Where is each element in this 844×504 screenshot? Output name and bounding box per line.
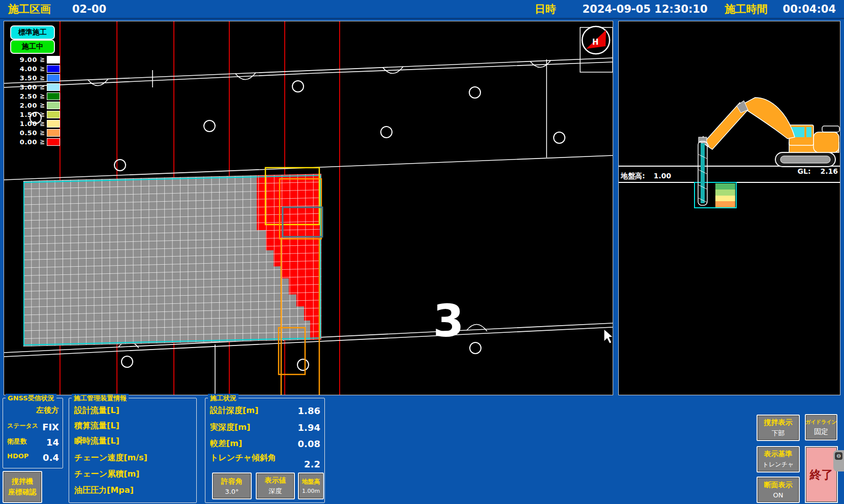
mode-button-active-label: 施工中 bbox=[22, 42, 43, 51]
ground-height-button-value: 1.00m bbox=[302, 488, 320, 494]
deviation-value: 0.08 bbox=[298, 438, 320, 449]
legend-row: 0.00≧ bbox=[13, 137, 60, 146]
section-display-button[interactable]: 断面表示 ON bbox=[757, 477, 800, 503]
trencher-tilt-value: 2.2 bbox=[304, 459, 320, 469]
legend-swatch bbox=[47, 74, 60, 82]
allowable-angle-button[interactable]: 許容角 3.0° bbox=[212, 472, 252, 499]
mode-button-active[interactable]: 施工中 bbox=[10, 40, 55, 54]
display-value-button[interactable]: 表示値 深度 bbox=[256, 472, 295, 499]
section-label: 施工区画 bbox=[8, 2, 51, 16]
exit-button-label: 終了 bbox=[810, 467, 833, 483]
legend-row: 9.00≧ bbox=[13, 55, 60, 64]
mode-button-standard-label: 標準施工 bbox=[18, 28, 47, 37]
design-depth-value: 1.86 bbox=[298, 405, 320, 416]
status-panel-title: 施工状況 bbox=[208, 394, 238, 403]
legend-swatch bbox=[47, 92, 60, 100]
chain-total-label: チェーン累積[m] bbox=[74, 469, 139, 480]
display-value-button-label: 表示値 bbox=[265, 476, 286, 485]
trencher-tilt-label: トレンチャ傾斜角 bbox=[210, 453, 276, 463]
display-value-button-value: 深度 bbox=[269, 487, 282, 496]
gnss-satellites-value: 14 bbox=[46, 437, 59, 448]
block-number: 3 bbox=[433, 295, 464, 347]
ground-height-button-label: 地盤高 bbox=[302, 478, 320, 486]
construction-grid[interactable] bbox=[23, 174, 321, 346]
gnss-hdop-value: 0.4 bbox=[43, 452, 59, 463]
gnss-antenna-position: 左後方 bbox=[36, 405, 59, 415]
mixer-button-line2: 座標確認 bbox=[8, 488, 37, 497]
mixing-display-button-label: 撹拌表示 bbox=[764, 418, 793, 427]
legend-row: 2.50≧ bbox=[13, 91, 60, 101]
legend-swatch bbox=[47, 138, 60, 146]
device-info-title: 施工管理装置情報 bbox=[72, 394, 129, 403]
actual-depth-label: 実深度[m] bbox=[210, 422, 250, 433]
plan-view-panel[interactable]: 3 H 標準施工 施工中 9.00≧ 4.00≧ 3.50≧ 3.00≧ 2.5… bbox=[4, 21, 613, 395]
gl-text: GL: 2.16 bbox=[798, 167, 838, 175]
legend-row: 3.50≧ bbox=[13, 73, 60, 82]
remote-access-tab[interactable]: ⊖ bbox=[833, 450, 844, 471]
excavator-icon bbox=[700, 98, 839, 167]
ground-height-text: 地盤高: 1.00 bbox=[620, 172, 671, 180]
elapsed-value: 00:04:04 bbox=[783, 3, 836, 15]
gnss-panel-title: GNSS受信状況 bbox=[6, 394, 56, 403]
top-bar: 施工区画 02-00 日時 2024-09-05 12:30:10 施工時間 0… bbox=[0, 0, 844, 19]
gnss-status-value: FIX bbox=[42, 422, 59, 432]
legend-row: 3.00≧ bbox=[13, 82, 60, 91]
compass-icon: H bbox=[580, 26, 613, 72]
design-flow-label: 設計流量[L] bbox=[74, 405, 119, 416]
mixer-coordinate-check-button[interactable]: 撹拌機 座標確認 bbox=[3, 471, 42, 503]
display-reference-button[interactable]: 表示基準 トレンチャ bbox=[757, 446, 800, 472]
gnss-status-label: ステータス bbox=[7, 422, 38, 430]
legend-swatch bbox=[47, 102, 60, 109]
instant-flow-label: 瞬時流量[L] bbox=[74, 436, 119, 447]
datetime-value: 2024-09-05 12:30:10 bbox=[582, 3, 707, 15]
compass-heading-label: H bbox=[592, 38, 599, 47]
allowable-angle-button-value: 3.0° bbox=[225, 488, 238, 495]
deviation-label: 較差[m] bbox=[210, 438, 242, 449]
legend-row: 1.50≧ bbox=[13, 110, 60, 119]
app-screen: 施工区画 02-00 日時 2024-09-05 12:30:10 施工時間 0… bbox=[0, 0, 844, 504]
datetime-label: 日時 bbox=[534, 2, 556, 16]
legend-swatch bbox=[47, 111, 60, 118]
chain-speed-label: チェーン速度[m/s] bbox=[74, 453, 147, 463]
mixer-button-line1: 撹拌機 bbox=[12, 477, 33, 486]
gnss-satellites-label: 衛星数 bbox=[7, 437, 27, 446]
legend-row: 4.00≧ bbox=[13, 64, 60, 73]
total-flow-label: 積算流量[L] bbox=[74, 421, 119, 431]
mouse-cursor-icon bbox=[604, 329, 613, 343]
hydraulic-pressure-label: 油圧圧力[Mpa] bbox=[74, 485, 134, 496]
legend-swatch bbox=[47, 129, 60, 137]
section-display-button-label: 断面表示 bbox=[764, 481, 793, 490]
legend-swatch bbox=[47, 83, 60, 91]
plan-view-canvas: 3 H bbox=[4, 21, 613, 395]
design-depth-label: 設計深度[m] bbox=[210, 405, 258, 416]
device-info-panel: 施工管理装置情報 設計流量[L] 積算流量[L] 瞬時流量[L] チェーン速度[… bbox=[69, 398, 197, 503]
actual-depth-value: 1.94 bbox=[298, 422, 320, 433]
guideline-button[interactable]: ガイドライン 固定 bbox=[805, 414, 837, 440]
display-reference-button-value: トレンチャ bbox=[763, 460, 794, 469]
cross-section-panel[interactable]: 地盤高: 1.00 GL: 2.16 bbox=[619, 21, 840, 395]
legend-swatch bbox=[47, 56, 60, 64]
legend-swatch bbox=[47, 120, 60, 128]
remote-access-icon: ⊖ bbox=[835, 452, 842, 460]
section-display-button-value: ON bbox=[773, 491, 783, 499]
allowable-angle-button-label: 許容角 bbox=[221, 477, 243, 486]
mixing-display-button[interactable]: 撹拌表示 下部 bbox=[757, 415, 800, 441]
mixing-display-button-value: 下部 bbox=[772, 429, 785, 438]
legend-swatch bbox=[47, 65, 60, 73]
gnss-hdop-label: HDOP bbox=[7, 452, 28, 460]
guideline-button-value: 固定 bbox=[814, 427, 828, 436]
mode-button-standard[interactable]: 標準施工 bbox=[10, 25, 55, 40]
elapsed-label: 施工時間 bbox=[725, 2, 768, 16]
legend-row: 2.00≧ bbox=[13, 101, 60, 110]
legend-row: 0.50≧ bbox=[13, 128, 60, 137]
ground-height-button[interactable]: 地盤高 1.00m bbox=[298, 472, 324, 499]
gnss-panel: GNSS受信状況 左後方 ステータスFIX 衛星数14 HDOP0.4 bbox=[3, 398, 63, 468]
legend-row: 1.00≧ bbox=[13, 119, 60, 128]
guideline-button-label: ガイドライン bbox=[805, 419, 836, 426]
cross-section-canvas: 地盤高: 1.00 GL: 2.16 bbox=[619, 21, 840, 395]
section-value: 02-00 bbox=[72, 3, 106, 15]
display-reference-button-label: 表示基準 bbox=[764, 450, 793, 459]
